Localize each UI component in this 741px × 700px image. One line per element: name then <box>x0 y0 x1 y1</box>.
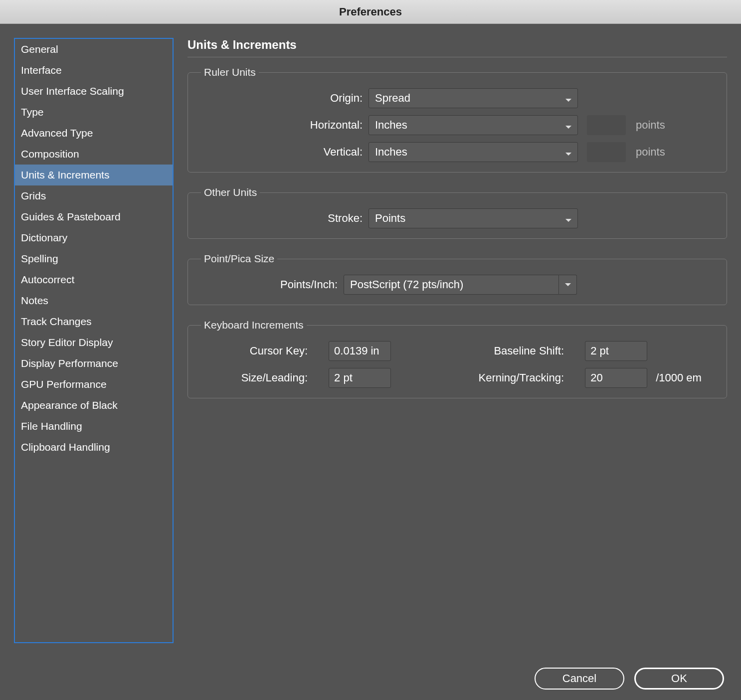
page-title: Units & Increments <box>187 38 727 57</box>
select-horizontal-value: Inches <box>375 119 407 132</box>
label-cursor-key: Cursor Key: <box>198 345 308 357</box>
sidebar-item-composition[interactable]: Composition <box>15 144 173 165</box>
label-horizontal-suffix: points <box>636 119 665 132</box>
select-vertical[interactable]: Inches <box>369 142 578 162</box>
sidebar-item-user-interface-scaling[interactable]: User Interface Scaling <box>15 81 173 102</box>
sidebar-item-general[interactable]: General <box>15 39 173 60</box>
group-ruler-units: Ruler Units Origin: Spread Horizontal: I… <box>187 66 727 173</box>
input-horizontal-points[interactable] <box>587 115 626 135</box>
input-vertical-points[interactable] <box>587 142 626 162</box>
select-stroke[interactable]: Points <box>369 208 578 228</box>
cancel-button[interactable]: Cancel <box>535 668 624 690</box>
combo-points-inch[interactable]: PostScript (72 pts/inch) <box>344 275 577 295</box>
sidebar-item-display-performance[interactable]: Display Performance <box>15 353 173 374</box>
combo-points-inch-value: PostScript (72 pts/inch) <box>350 278 463 291</box>
chevron-down-icon <box>564 214 572 222</box>
select-origin-value: Spread <box>375 92 410 105</box>
sidebar-item-clipboard-handling[interactable]: Clipboard Handling <box>15 437 173 458</box>
preferences-sidebar: GeneralInterfaceUser Interface ScalingTy… <box>14 38 174 643</box>
label-kerning-tracking: Kerning/Tracking: <box>424 371 564 384</box>
group-other-units: Other Units Stroke: Points <box>187 186 727 239</box>
select-origin[interactable]: Spread <box>369 88 578 108</box>
label-stroke: Stroke: <box>198 212 363 225</box>
sidebar-item-dictionary[interactable]: Dictionary <box>15 227 173 248</box>
sidebar-item-guides-pasteboard[interactable]: Guides & Pasteboard <box>15 206 173 227</box>
sidebar-item-story-editor-display[interactable]: Story Editor Display <box>15 332 173 353</box>
group-legend-keyboard-increments: Keyboard Increments <box>201 319 307 331</box>
sidebar-item-spelling[interactable]: Spelling <box>15 248 173 269</box>
select-horizontal[interactable]: Inches <box>369 115 578 135</box>
chevron-down-icon <box>564 94 572 102</box>
sidebar-item-interface[interactable]: Interface <box>15 60 173 81</box>
window-title: Preferences <box>339 5 402 18</box>
chevron-down-icon <box>564 121 572 129</box>
sidebar-item-track-changes[interactable]: Track Changes <box>15 311 173 332</box>
label-kerning-suffix: /1000 em <box>656 371 717 384</box>
select-stroke-value: Points <box>375 212 405 225</box>
input-size-leading[interactable] <box>329 368 391 388</box>
dialog-footer: Cancel OK <box>0 657 741 700</box>
group-point-pica: Point/Pica Size Points/Inch: PostScript … <box>187 253 727 305</box>
sidebar-item-units-increments[interactable]: Units & Increments <box>15 165 173 185</box>
input-baseline-shift[interactable] <box>585 341 647 361</box>
sidebar-item-grids[interactable]: Grids <box>15 185 173 206</box>
sidebar-item-autocorrect[interactable]: Autocorrect <box>15 269 173 290</box>
input-kerning-tracking[interactable] <box>585 368 647 388</box>
label-horizontal: Horizontal: <box>198 119 363 132</box>
group-legend-other-units: Other Units <box>201 186 260 198</box>
group-keyboard-increments: Keyboard Increments Cursor Key: Baseline… <box>187 319 727 398</box>
label-baseline-shift: Baseline Shift: <box>424 345 564 357</box>
label-size-leading: Size/Leading: <box>198 371 308 384</box>
input-cursor-key[interactable] <box>329 341 391 361</box>
window-titlebar: Preferences <box>0 0 741 24</box>
sidebar-item-type[interactable]: Type <box>15 102 173 123</box>
label-points-inch: Points/Inch: <box>198 278 338 291</box>
sidebar-item-advanced-type[interactable]: Advanced Type <box>15 123 173 144</box>
chevron-down-icon <box>559 275 577 295</box>
sidebar-item-file-handling[interactable]: File Handling <box>15 416 173 437</box>
chevron-down-icon <box>564 148 572 156</box>
main-panel: Units & Increments Ruler Units Origin: S… <box>187 38 727 643</box>
sidebar-item-notes[interactable]: Notes <box>15 290 173 311</box>
ok-button[interactable]: OK <box>634 668 724 690</box>
group-legend-ruler-units: Ruler Units <box>201 66 259 78</box>
sidebar-item-gpu-performance[interactable]: GPU Performance <box>15 374 173 395</box>
label-origin: Origin: <box>198 92 363 105</box>
group-legend-point-pica: Point/Pica Size <box>201 253 277 265</box>
label-vertical: Vertical: <box>198 146 363 159</box>
label-vertical-suffix: points <box>636 146 665 159</box>
select-vertical-value: Inches <box>375 146 407 159</box>
sidebar-item-appearance-of-black[interactable]: Appearance of Black <box>15 395 173 416</box>
